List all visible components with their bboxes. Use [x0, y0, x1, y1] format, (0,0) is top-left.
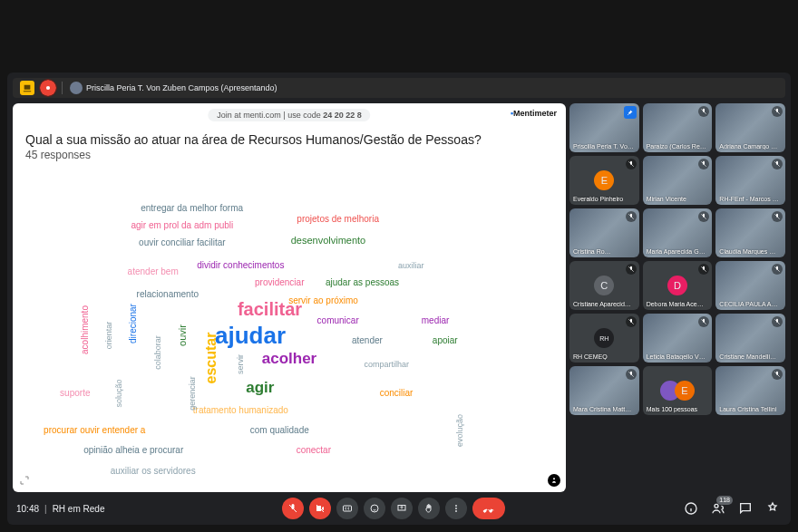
participant-name: Debora Maria Ace…	[647, 301, 704, 307]
svg-point-6	[455, 508, 457, 509]
participant-tile[interactable]: Claudia Marques …	[715, 208, 785, 257]
avatar: D	[667, 276, 687, 295]
participant-name: Everaldo Pinheiro	[573, 196, 623, 202]
mic-off-icon	[698, 159, 709, 169]
slide-count-icon	[548, 474, 560, 487]
wordcloud-word: atender bem	[128, 267, 179, 276]
wordcloud-word: auxiliar os servidores	[111, 467, 196, 476]
participant-tile[interactable]: EEveraldo Pinheiro	[569, 156, 639, 205]
mic-off-icon	[772, 211, 783, 222]
wordcloud-word: comunicar	[317, 316, 359, 325]
wordcloud-word: compartilhar	[365, 360, 410, 368]
wordcloud-word: ajudar as pessoas	[326, 278, 399, 287]
wordcloud-word: colaborar	[154, 335, 162, 370]
wordcloud-word: servir	[237, 354, 245, 374]
participant-name: Mirian Vicente	[647, 196, 686, 202]
stop-share-button[interactable]	[40, 80, 56, 96]
mic-off-icon	[626, 211, 637, 222]
people-button[interactable]: 118	[709, 499, 727, 517]
svg-point-9	[715, 504, 718, 508]
participant-tile[interactable]: CCristiane Aparecid…	[569, 261, 639, 310]
mic-off-icon	[626, 369, 637, 380]
mic-off-icon	[626, 316, 637, 327]
participant-tile[interactable]: Mirian Vicente	[643, 156, 713, 205]
participant-name: RH-FEnf - Marcos …	[719, 196, 778, 202]
participant-name: Priscilla Peria T. Vo…	[573, 143, 634, 150]
mic-button[interactable]	[282, 498, 304, 519]
wordcloud-word: dividir conhecimentos	[197, 261, 284, 270]
svg-rect-2	[343, 506, 351, 511]
wordcloud-word: atender	[352, 336, 383, 345]
captions-button[interactable]	[336, 498, 358, 519]
participant-tile[interactable]: Maria Aparecida G…	[643, 208, 713, 257]
wordcloud-word: relacionamento	[137, 290, 199, 299]
controls-bar: 10:48 | RH em Rede	[7, 492, 791, 525]
mic-off-icon	[698, 211, 709, 222]
participant-name: Mais 100 pessoas	[647, 406, 697, 412]
more-options-button[interactable]	[445, 498, 467, 519]
participant-tile[interactable]: DDebora Maria Ace…	[643, 261, 713, 310]
svg-point-1	[553, 478, 555, 479]
participant-name: Maria Aparecida G…	[647, 248, 706, 255]
wordcloud-word: gerenciar	[188, 376, 196, 411]
chat-button[interactable]	[736, 499, 754, 517]
wordcloud-word: auxiliar	[398, 262, 424, 270]
wordcloud-word: projetos de melhoria	[297, 215, 379, 224]
svg-point-7	[455, 510, 457, 512]
wordcloud-word: escutar	[204, 333, 219, 384]
participant-tile[interactable]: RH-FEnf - Marcos …	[715, 156, 785, 205]
wordcloud-word: mediar	[422, 316, 450, 325]
participant-name: Claudia Marques …	[719, 248, 775, 255]
participant-tile[interactable]: Paraizo (Carlos Re…	[643, 103, 713, 152]
poll-response-count: 45 responses	[25, 149, 553, 161]
wordcloud-word: acolhimento	[81, 305, 90, 354]
mic-off-icon	[772, 264, 783, 275]
avatar: E	[594, 170, 614, 190]
participant-tile[interactable]: EMais 100 pessoas	[643, 366, 713, 415]
wordcloud-word: acolher	[262, 351, 316, 366]
participant-tile[interactable]: RHRH CEMEQ	[569, 314, 639, 363]
participant-name: Paraizo (Carlos Re…	[647, 143, 706, 150]
presenter-name: Priscilla Peria T. Von Zuben Campos (Apr…	[86, 83, 277, 92]
presenter-avatar	[70, 82, 83, 94]
participant-name: Leticia Batagello V…	[647, 353, 706, 360]
wordcloud-word: providenciar	[255, 278, 304, 287]
camera-button[interactable]	[309, 498, 331, 519]
mic-off-icon	[772, 159, 783, 169]
participant-tile[interactable]: Leticia Batagello V…	[643, 314, 713, 363]
present-button[interactable]	[391, 498, 413, 519]
clock: 10:48	[16, 504, 39, 514]
wordcloud-word: opinião alheia e procurar	[83, 446, 183, 455]
svg-point-3	[371, 505, 378, 512]
raise-hand-button[interactable]	[418, 498, 440, 519]
mentimeter-logo: ▪Mentimeter	[511, 109, 557, 118]
participant-name: Cristiane Mandelli…	[719, 353, 776, 360]
participant-tile[interactable]: Priscilla Peria T. Vo…	[569, 103, 639, 152]
wordcloud-word: conciliar	[380, 389, 414, 398]
activities-button[interactable]	[764, 499, 782, 517]
poll-question: Qual a sua missão ao atuar na área de Re…	[25, 132, 553, 147]
avatar: RH	[594, 328, 614, 348]
meet-window: Priscilla Peria T. Von Zuben Campos (Apr…	[7, 73, 791, 525]
participant-tile[interactable]: Laura Cristina Tellini	[715, 366, 785, 415]
participant-tile[interactable]: Cristiane Mandelli…	[715, 314, 785, 363]
wordcloud-word: direcionar	[129, 304, 138, 343]
participant-tile[interactable]: Adriana Camargo …	[715, 103, 785, 152]
mic-off-icon	[698, 264, 709, 275]
presenter-indicator: Priscilla Peria T. Von Zuben Campos (Apr…	[68, 81, 282, 95]
reactions-button[interactable]	[364, 498, 385, 519]
word-cloud: ajudarfacilitaracolheragirescutarentrega…	[46, 185, 533, 474]
expand-icon[interactable]	[18, 474, 31, 487]
info-button[interactable]	[682, 499, 700, 517]
people-count-badge: 118	[716, 496, 733, 505]
participant-tile[interactable]: Cristina Ro…	[569, 208, 639, 257]
leave-call-button[interactable]	[472, 498, 505, 519]
mic-off-icon	[772, 369, 783, 380]
presenter-bar: Priscilla Peria T. Von Zuben Campos (Apr…	[13, 78, 785, 98]
participant-tile[interactable]: CECILIA PAULA A…	[715, 261, 785, 310]
participant-name: RH CEMEQ	[573, 353, 608, 360]
participant-tile[interactable]: Mara Cristina Matt…	[569, 366, 639, 415]
participant-name: Mara Cristina Matt…	[573, 406, 631, 412]
participant-name: CECILIA PAULA A…	[719, 301, 777, 307]
participant-name: Cristina Ro…	[573, 248, 611, 255]
